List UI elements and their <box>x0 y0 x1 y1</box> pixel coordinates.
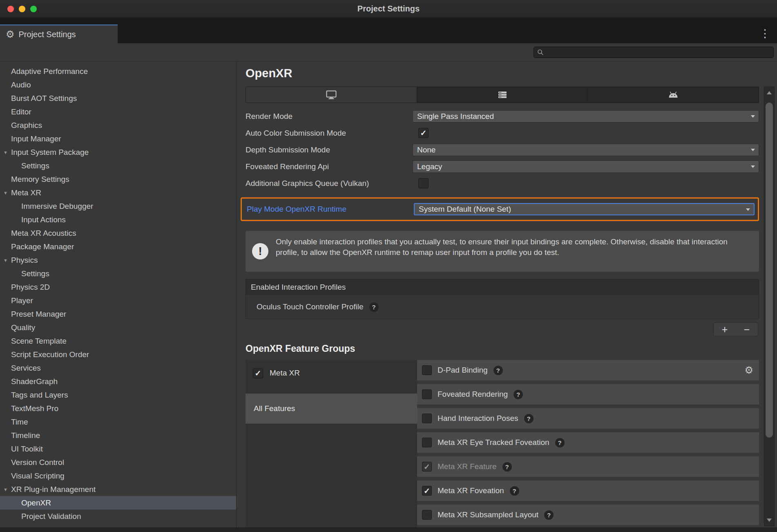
sidebar-item-label: Version Control <box>11 458 64 467</box>
window-title: Project Settings <box>357 4 420 13</box>
android-icon <box>668 91 679 98</box>
sidebar-item-scene-template[interactable]: Scene Template <box>0 334 236 348</box>
meta-xr-group-checkbox[interactable]: ✓ <box>253 368 263 378</box>
sidebar-item-player[interactable]: Player <box>0 294 236 307</box>
sidebar-item-label: Adaptive Performance <box>11 67 88 76</box>
sidebar-item-settings[interactable]: Settings <box>0 267 236 280</box>
foldout-arrow-icon[interactable]: ▼ <box>3 258 11 263</box>
meta-xr-subsampled-layout-checkbox[interactable] <box>422 510 432 520</box>
titlebar: Project Settings <box>0 0 777 18</box>
sidebar-item-label: Visual Scripting <box>11 472 65 481</box>
sidebar-item-timeline[interactable]: Timeline <box>0 429 236 442</box>
sidebar-item-editor[interactable]: Editor <box>0 105 236 118</box>
search-icon <box>537 49 544 56</box>
hand-interaction-poses-checkbox[interactable] <box>422 414 432 423</box>
sidebar-item-audio[interactable]: Audio <box>0 78 236 92</box>
scroll-down-arrow-icon[interactable] <box>767 519 772 522</box>
help-icon[interactable]: ? <box>510 486 519 496</box>
tab-project-settings[interactable]: ⚙ Project Settings <box>0 25 118 43</box>
sidebar-item-preset-manager[interactable]: Preset Manager <box>0 307 236 321</box>
sidebar-item-burst-aot-settings[interactable]: Burst AOT Settings <box>0 92 236 105</box>
foveated-rendering-api-dropdown[interactable]: Legacy <box>413 161 759 173</box>
foldout-arrow-icon[interactable]: ▼ <box>3 150 11 155</box>
setting-row-additional-graphics-queue-vulkan: Additional Graphics Queue (Vulkan) <box>246 175 759 192</box>
play-mode-openxr-runtime-dropdown[interactable]: System Default (None Set) <box>414 203 755 215</box>
sidebar-item-label: UI Toolkit <box>11 445 43 454</box>
sidebar-item-services[interactable]: Services <box>0 361 236 375</box>
sidebar-item-settings[interactable]: Settings <box>0 159 236 172</box>
d-pad-binding-checkbox[interactable] <box>422 365 432 375</box>
traffic-lights <box>7 0 37 18</box>
sidebar-item-label: Preset Manager <box>11 310 66 319</box>
sidebar-item-graphics[interactable]: Graphics <box>0 118 236 132</box>
add-profile-button[interactable]: + <box>714 323 736 336</box>
gear-icon[interactable]: ⚙ <box>744 365 753 375</box>
minimize-button[interactable] <box>19 6 25 12</box>
feature-row-d-pad-binding: D-Pad Binding?⚙ <box>417 360 759 380</box>
sidebar-item-script-execution-order[interactable]: Script Execution Order <box>0 348 236 361</box>
sidebar-item-physics[interactable]: ▼Physics <box>0 253 236 267</box>
sidebar-item-label: Meta XR Acoustics <box>11 229 76 238</box>
platform-tab-android[interactable] <box>588 87 759 103</box>
sidebar-item-physics-2d[interactable]: Physics 2D <box>0 280 236 294</box>
feature-label: Meta XR Subsampled Layout <box>438 510 538 519</box>
content: Adaptive PerformanceAudioBurst AOT Setti… <box>0 61 777 532</box>
sidebar-item-shadergraph[interactable]: ShaderGraph <box>0 375 236 388</box>
help-icon[interactable]: ? <box>544 510 554 520</box>
foldout-arrow-icon[interactable]: ▼ <box>3 190 11 195</box>
remove-profile-button[interactable]: − <box>736 323 758 336</box>
sidebar-item-project-validation[interactable]: Project Validation <box>0 510 236 523</box>
sidebar-item-quality[interactable]: Quality <box>0 321 236 334</box>
sidebar-item-version-control[interactable]: Version Control <box>0 456 236 469</box>
sidebar-item-visual-scripting[interactable]: Visual Scripting <box>0 469 236 483</box>
platform-tab-server[interactable] <box>417 87 588 103</box>
sidebar-item-adaptive-performance[interactable]: Adaptive Performance <box>0 65 236 78</box>
sidebar-item-memory-settings[interactable]: Memory Settings <box>0 172 236 186</box>
scroll-up-arrow-icon[interactable] <box>767 91 772 94</box>
meta-xr-foveation-checkbox[interactable]: ✓ <box>422 486 432 496</box>
scrollbar-thumb[interactable] <box>766 103 773 438</box>
platform-tab-desktop[interactable] <box>246 87 417 103</box>
foveated-rendering-checkbox[interactable] <box>422 389 432 399</box>
sidebar-item-meta-xr[interactable]: ▼Meta XR <box>0 186 236 199</box>
close-button[interactable] <box>7 6 14 12</box>
sidebar-item-meta-xr-acoustics[interactable]: Meta XR Acoustics <box>0 226 236 240</box>
sidebar-item-xr-plug-in-management[interactable]: ▼XR Plug-in Management <box>0 483 236 496</box>
sidebar-item-label: Meta XR <box>11 188 41 197</box>
sidebar-item-openxr[interactable]: OpenXR <box>0 496 236 510</box>
page-title: OpenXR <box>246 66 759 80</box>
render-mode-dropdown[interactable]: Single Pass Instanced <box>413 110 759 123</box>
kebab-menu-icon[interactable]: ⋮ <box>759 28 770 39</box>
help-icon[interactable]: ? <box>555 438 565 447</box>
search-input[interactable] <box>534 47 774 58</box>
foldout-arrow-icon[interactable]: ▼ <box>3 487 11 492</box>
help-icon[interactable]: ? <box>524 414 534 423</box>
all-features-item[interactable]: All Features <box>246 393 417 424</box>
sidebar-item-label: Physics 2D <box>11 283 50 292</box>
sidebar-item-tags-and-layers[interactable]: Tags and Layers <box>0 388 236 402</box>
sidebar-item-input-actions[interactable]: Input Actions <box>0 213 236 226</box>
server-icon <box>498 91 507 99</box>
profile-row-oculus-touch-controller[interactable]: Oculus Touch Controller Profile ? <box>246 295 759 319</box>
feature-row-meta-xr-subsampled-layout: Meta XR Subsampled Layout? <box>417 505 759 525</box>
sidebar-item-ui-toolkit[interactable]: UI Toolkit <box>0 442 236 456</box>
meta-xr-eye-tracked-foveation-checkbox[interactable] <box>422 438 432 447</box>
help-icon[interactable]: ? <box>369 302 379 312</box>
sidebar-item-immersive-debugger[interactable]: Immersive Debugger <box>0 199 236 213</box>
zoom-button[interactable] <box>30 6 37 12</box>
dropdown-value: Single Pass Instanced <box>417 112 494 121</box>
help-icon[interactable]: ? <box>493 366 503 375</box>
sidebar-item-textmesh-pro[interactable]: TextMesh Pro <box>0 402 236 415</box>
sidebar-item-input-manager[interactable]: Input Manager <box>0 132 236 145</box>
help-icon[interactable]: ? <box>514 390 523 399</box>
sidebar-item-package-manager[interactable]: Package Manager <box>0 240 236 253</box>
additional-graphics-queue-vulkan-checkbox[interactable] <box>418 178 429 188</box>
vertical-scrollbar[interactable] <box>764 87 775 526</box>
sidebar-item-input-system-package[interactable]: ▼Input System Package <box>0 145 236 159</box>
sidebar-item-time[interactable]: Time <box>0 415 236 429</box>
help-icon[interactable]: ? <box>502 462 512 472</box>
group-row-meta-xr[interactable]: ✓ Meta XR <box>246 360 417 386</box>
auto-color-submission-mode-checkbox[interactable]: ✓ <box>418 128 429 138</box>
setting-row-depth-submission-mode: Depth Submission ModeNone <box>246 141 759 158</box>
depth-submission-mode-dropdown[interactable]: None <box>413 144 759 156</box>
